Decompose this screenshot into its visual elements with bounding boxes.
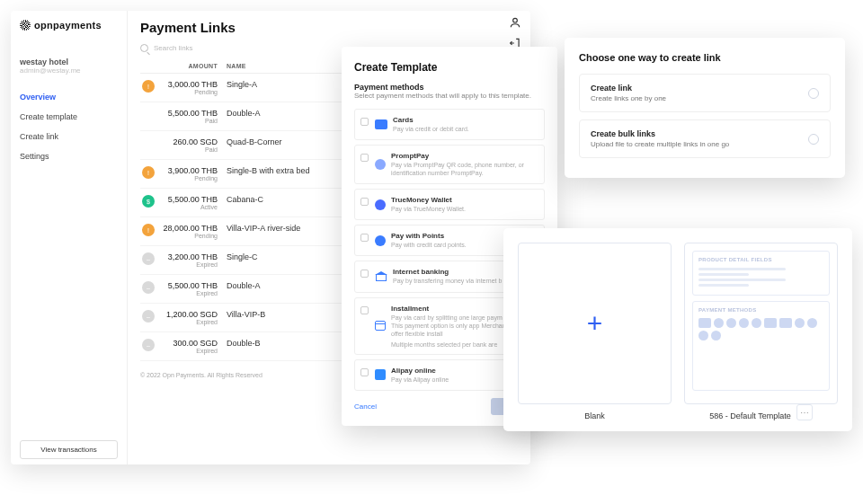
- default-template-label: 586 - Default Template: [709, 411, 790, 420]
- method-name: PromptPay: [391, 152, 537, 160]
- status-badge: [142, 137, 155, 150]
- nav-create-link[interactable]: Create link: [20, 127, 118, 146]
- card-icon: [375, 119, 387, 129]
- status-badge: !: [142, 166, 155, 179]
- method-desc: Pay with credit card points.: [391, 241, 467, 249]
- row-amount: 1,200.00 SGD: [162, 310, 218, 319]
- choose-panel-title: Choose one way to create link: [579, 52, 831, 63]
- alipay-icon: [375, 369, 386, 380]
- row-status-label: Paid: [162, 118, 218, 124]
- method-desc: Pay via TrueMoney Wallet.: [391, 205, 466, 213]
- user-icon[interactable]: [509, 16, 521, 31]
- row-status-label: Pending: [162, 89, 218, 95]
- row-status-label: Pending: [162, 175, 218, 181]
- svg-point-0: [513, 18, 518, 22]
- payment-method-option[interactable]: TrueMoney WalletPay via TrueMoney Wallet…: [354, 189, 545, 220]
- template-more-button[interactable]: ⋯: [796, 404, 813, 420]
- checkbox[interactable]: [360, 234, 369, 242]
- search-icon: [140, 44, 148, 52]
- cal-icon: [375, 321, 386, 331]
- status-badge: –: [142, 281, 155, 294]
- checkbox[interactable]: [360, 368, 369, 376]
- checkbox[interactable]: [360, 306, 369, 314]
- row-status-label: Active: [162, 204, 218, 210]
- merchant-email: admin@westay.me: [20, 66, 118, 75]
- row-amount: 5,500.00 THB: [162, 281, 218, 290]
- preview-section-payments: PAYMENT METHODS: [698, 307, 823, 313]
- template-gallery-panel: + Blank PRODUCT DETAIL FIELDS PAYMENT ME…: [503, 228, 852, 431]
- method-name: Pay with Points: [391, 232, 467, 240]
- col-amount: AMOUNT: [162, 63, 227, 69]
- method-desc: Pay by transfering money via internet b: [393, 277, 502, 285]
- radio[interactable]: [808, 134, 819, 145]
- bank-icon: [375, 271, 387, 282]
- prompt-icon: [375, 159, 386, 170]
- search-placeholder: Search links: [154, 44, 193, 52]
- status-badge: !: [142, 224, 155, 236]
- radio[interactable]: [808, 88, 819, 99]
- page-title: Payment Links: [140, 20, 518, 35]
- status-badge: –: [142, 252, 155, 265]
- brand-name: opnpayments: [34, 20, 102, 31]
- create-link-option[interactable]: Create linkCreate links one by one: [579, 74, 831, 112]
- row-status-label: Expired: [162, 290, 218, 296]
- choose-link-panel: Choose one way to create link Create lin…: [565, 38, 845, 178]
- option-title: Create bulk links: [591, 129, 797, 138]
- row-status-label: Expired: [162, 261, 218, 268]
- row-amount: 28,000.00 THB: [162, 224, 218, 233]
- method-name: Internet banking: [393, 268, 502, 276]
- nav-overview[interactable]: Overview: [20, 87, 118, 107]
- payment-method-option[interactable]: PromptPayPay via PromptPay QR code, phon…: [354, 145, 545, 184]
- method-desc: Pay via credit or debit card.: [393, 125, 469, 133]
- method-desc: Pay via Alipay online: [391, 376, 449, 384]
- row-status-label: Pending: [162, 233, 218, 239]
- template-cancel-button[interactable]: Cancel: [354, 402, 377, 411]
- status-badge: $: [142, 195, 155, 208]
- row-amount: 300.00 SGD: [162, 339, 218, 348]
- status-badge: !: [142, 80, 155, 93]
- status-badge: –: [142, 339, 155, 351]
- option-title: Create link: [591, 84, 797, 93]
- method-name: Cards: [393, 116, 469, 124]
- points-icon: [375, 235, 386, 246]
- tmw-icon: [375, 199, 386, 210]
- payment-method-option[interactable]: CardsPay via credit or debit card.: [354, 109, 545, 140]
- sidebar: opnpayments westay hotel admin@westay.me…: [11, 11, 128, 464]
- row-amount: 3,000.00 THB: [162, 80, 218, 89]
- template-card-default[interactable]: PRODUCT DETAIL FIELDS PAYMENT METHODS 58…: [684, 243, 838, 420]
- row-amount: 5,500.00 THB: [162, 195, 218, 204]
- merchant-name: westay hotel: [20, 57, 118, 66]
- status-badge: [142, 109, 155, 121]
- row-amount: 5,500.00 THB: [162, 109, 218, 118]
- checkbox[interactable]: [360, 270, 369, 278]
- blank-template-label: Blank: [584, 411, 605, 420]
- method-name: TrueMoney Wallet: [391, 196, 466, 204]
- nav-create-template[interactable]: Create template: [20, 107, 118, 127]
- row-amount: 3,200.00 THB: [162, 252, 218, 261]
- checkbox[interactable]: [360, 154, 369, 162]
- template-card-blank[interactable]: + Blank: [518, 243, 672, 420]
- checkbox[interactable]: [360, 118, 369, 126]
- create-link-option[interactable]: Create bulk linksUpload file to create m…: [579, 119, 831, 158]
- template-panel-title: Create Template: [354, 61, 545, 74]
- checkbox[interactable]: [360, 198, 369, 206]
- status-badge: –: [142, 310, 155, 323]
- plus-icon: +: [587, 308, 603, 339]
- row-amount: 260.00 SGD: [162, 137, 218, 146]
- nav-settings[interactable]: Settings: [20, 146, 118, 166]
- template-section-desc: Select payment methods that will apply t…: [354, 92, 545, 100]
- row-status-label: Expired: [162, 348, 218, 354]
- option-desc: Create links one by one: [591, 94, 797, 102]
- row-status-label: Expired: [162, 319, 218, 325]
- view-transactions-button[interactable]: View transactions: [20, 440, 118, 459]
- method-name: Alipay online: [391, 367, 449, 375]
- method-desc: Pay via PromptPay QR code, phone number,…: [391, 161, 537, 177]
- option-desc: Upload file to create multiple links in …: [591, 140, 797, 148]
- brand: opnpayments: [20, 20, 118, 31]
- preview-section-products: PRODUCT DETAIL FIELDS: [698, 257, 823, 262]
- template-section-title: Payment methods: [354, 83, 545, 92]
- row-amount: 3,900.00 THB: [162, 166, 218, 175]
- brand-logo-icon: [20, 20, 31, 31]
- row-status-label: Paid: [162, 146, 218, 153]
